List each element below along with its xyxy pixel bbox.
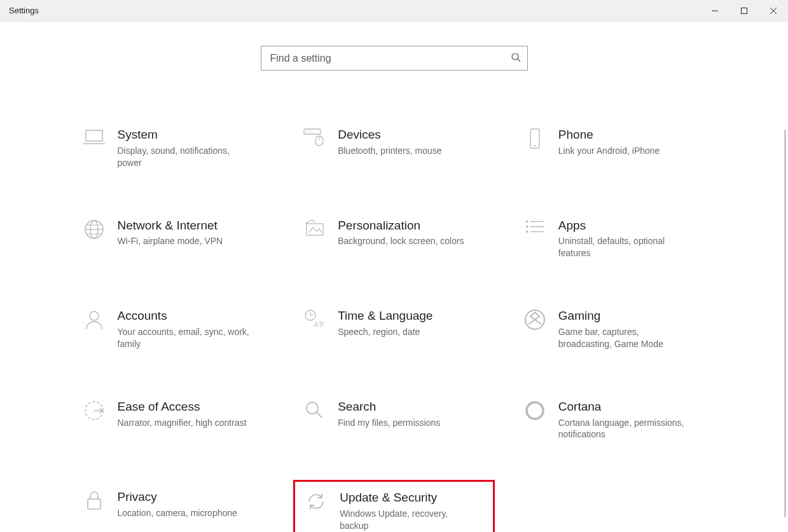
category-desc: Location, camera, microphone	[118, 507, 237, 519]
category-desc: Game bar, captures, broadcasting, Game M…	[558, 326, 692, 350]
category-title: Update & Security	[340, 491, 473, 505]
category-title: Time & Language	[338, 309, 432, 324]
search-box[interactable]	[261, 46, 528, 71]
category-privacy[interactable]: Privacy Location, camera, microphone	[73, 486, 275, 532]
category-cortana[interactable]: Cortana Cortana language, permissions, n…	[514, 396, 715, 447]
category-desc: Windows Update, recovery, backup	[340, 508, 473, 532]
category-title: Apps	[558, 219, 692, 233]
system-icon	[77, 128, 111, 146]
maximize-button[interactable]	[729, 0, 759, 21]
update-icon	[299, 491, 333, 512]
category-title: Devices	[338, 128, 441, 142]
category-desc: Uninstall, defaults, optional features	[558, 235, 692, 259]
category-desc: Narrator, magnifier, high contrast	[118, 417, 247, 429]
svg-rect-1	[742, 8, 747, 13]
category-gaming[interactable]: Gaming Game bar, captures, broadcasting,…	[514, 305, 715, 357]
category-desc: Display, sound, notifications, power	[118, 145, 251, 169]
category-time[interactable]: A字 Time & Language Speech, region, date	[293, 305, 495, 357]
category-desc: Link your Android, iPhone	[558, 145, 660, 157]
maximize-icon	[740, 7, 748, 15]
gaming-icon	[518, 309, 552, 331]
svg-point-36	[307, 402, 318, 414]
close-icon	[770, 7, 777, 15]
svg-rect-22	[526, 221, 528, 222]
svg-rect-39	[88, 499, 100, 509]
category-title: Phone	[558, 128, 660, 142]
category-apps[interactable]: Apps Uninstall, defaults, optional featu…	[514, 215, 715, 266]
settings-grid: System Display, sound, notifications, po…	[73, 124, 715, 532]
svg-line-5	[518, 59, 520, 62]
minimize-button[interactable]	[700, 0, 729, 21]
svg-point-38	[527, 402, 543, 419]
svg-rect-23	[526, 226, 528, 228]
category-title: Personalization	[338, 219, 464, 233]
svg-rect-6	[86, 130, 102, 141]
category-title: System	[118, 128, 251, 142]
category-personalization[interactable]: Personalization Background, lock screen,…	[293, 215, 495, 266]
window-controls	[700, 0, 788, 21]
network-icon	[77, 219, 111, 240]
category-title: Cortana	[558, 400, 692, 414]
category-phone[interactable]: Phone Link your Android, iPhone	[514, 124, 715, 175]
category-accounts[interactable]: Accounts Your accounts, email, sync, wor…	[73, 305, 275, 357]
personalization-icon	[297, 219, 331, 238]
category-title: Privacy	[118, 490, 237, 505]
apps-icon	[518, 219, 552, 236]
search-category-icon	[297, 400, 331, 420]
category-desc: Find my files, permissions	[338, 417, 440, 429]
content-area: System Display, sound, notifications, po…	[0, 22, 788, 532]
accounts-icon	[77, 309, 111, 331]
titlebar: Settings	[0, 0, 788, 22]
category-desc: Background, lock screen, colors	[338, 235, 464, 247]
scrollbar[interactable]	[782, 22, 788, 532]
minimize-icon	[711, 7, 719, 15]
search-input[interactable]	[270, 53, 511, 64]
privacy-icon	[77, 490, 111, 512]
category-search[interactable]: Search Find my files, permissions	[293, 396, 495, 447]
search-icon	[511, 52, 521, 65]
category-ease[interactable]: Ease of Access Narrator, magnifier, high…	[73, 396, 275, 447]
window-title: Settings	[0, 6, 39, 15]
category-system[interactable]: System Display, sound, notifications, po…	[73, 124, 275, 175]
category-desc: Speech, region, date	[338, 326, 432, 338]
category-title: Ease of Access	[118, 400, 247, 414]
category-network[interactable]: Network & Internet Wi-Fi, airplane mode,…	[73, 215, 275, 266]
category-title: Gaming	[558, 309, 692, 324]
category-desc: Wi-Fi, airplane mode, VPN	[118, 235, 223, 247]
ease-icon	[77, 400, 111, 421]
scrollbar-thumb[interactable]	[784, 130, 786, 517]
category-desc: Bluetooth, printers, mouse	[338, 145, 441, 157]
category-devices[interactable]: Devices Bluetooth, printers, mouse	[293, 124, 495, 175]
svg-point-15	[534, 145, 536, 146]
category-desc: Your accounts, email, sync, work, family	[118, 326, 251, 350]
svg-text:A字: A字	[314, 321, 324, 328]
category-update[interactable]: Update & Security Windows Update, recove…	[293, 480, 495, 532]
svg-point-28	[90, 311, 99, 320]
category-title: Network & Internet	[118, 219, 223, 233]
svg-point-4	[512, 53, 518, 60]
svg-line-37	[317, 413, 322, 418]
phone-icon	[518, 128, 552, 149]
category-title: Search	[338, 400, 440, 414]
category-desc: Cortana language, permissions, notificat…	[558, 417, 692, 441]
time-icon: A字	[297, 309, 331, 329]
svg-rect-24	[526, 231, 528, 233]
cortana-icon	[518, 400, 552, 421]
close-button[interactable]	[759, 0, 788, 21]
devices-icon	[297, 128, 331, 147]
category-title: Accounts	[118, 309, 251, 324]
